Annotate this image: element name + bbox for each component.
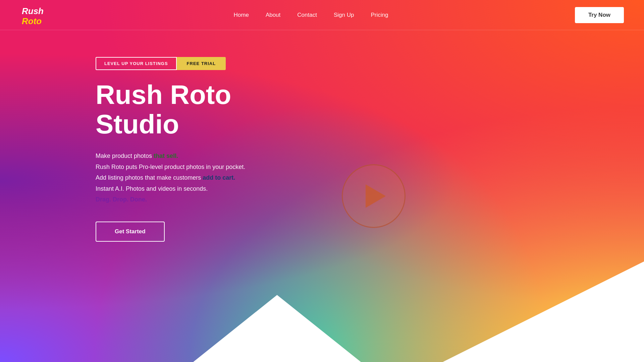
logo-icon: Rush Roto — [20, 3, 47, 27]
nav-contact[interactable]: Contact — [297, 12, 317, 18]
nav-pricing[interactable]: Pricing — [371, 12, 388, 18]
badge-listings: LEVEL UP YOUR LISTINGS — [96, 57, 177, 70]
highlight-drag-drop: Drag. Drop. Done. — [96, 196, 147, 203]
highlight-add-to-cart: add to cart. — [203, 174, 235, 181]
hero-title: Rush Roto Studio — [96, 80, 263, 139]
hero-desc-3: Add listing photos that make customers a… — [96, 173, 270, 183]
hero-section: LEVEL UP YOUR LISTINGS FREE TRIAL Rush R… — [0, 30, 644, 362]
nav-about[interactable]: About — [266, 12, 280, 18]
badge-row: LEVEL UP YOUR LISTINGS FREE TRIAL — [96, 57, 644, 70]
nav-links: Home About Contact Sign Up Pricing — [234, 12, 388, 18]
play-button[interactable] — [342, 164, 406, 228]
badge-free-trial[interactable]: FREE TRIAL — [177, 57, 226, 70]
try-now-button[interactable]: Try Now — [575, 7, 624, 23]
svg-text:Rush: Rush — [22, 6, 44, 16]
hero-desc-1: Make product photos that sell. — [96, 151, 270, 161]
hero-desc-2: Rush Roto puts Pro-level product photos … — [96, 162, 270, 172]
navbar: Rush Roto Home About Contact Sign Up Pri… — [0, 0, 644, 30]
play-icon — [366, 184, 386, 208]
get-started-button[interactable]: Get Started — [96, 222, 165, 242]
nav-signup[interactable]: Sign Up — [334, 12, 354, 18]
nav-home[interactable]: Home — [234, 12, 249, 18]
highlight-sell: that sell. — [154, 153, 178, 159]
hero-desc-4: Instant A.I. Photos and videos in second… — [96, 184, 270, 194]
svg-text:Roto: Roto — [22, 16, 42, 26]
logo-area[interactable]: Rush Roto — [20, 3, 47, 27]
play-button-container — [342, 164, 406, 228]
hero-desc-drag: Drag. Drop. Done. — [96, 194, 270, 205]
hero-description: Make product photos that sell. Rush Roto… — [96, 151, 270, 205]
